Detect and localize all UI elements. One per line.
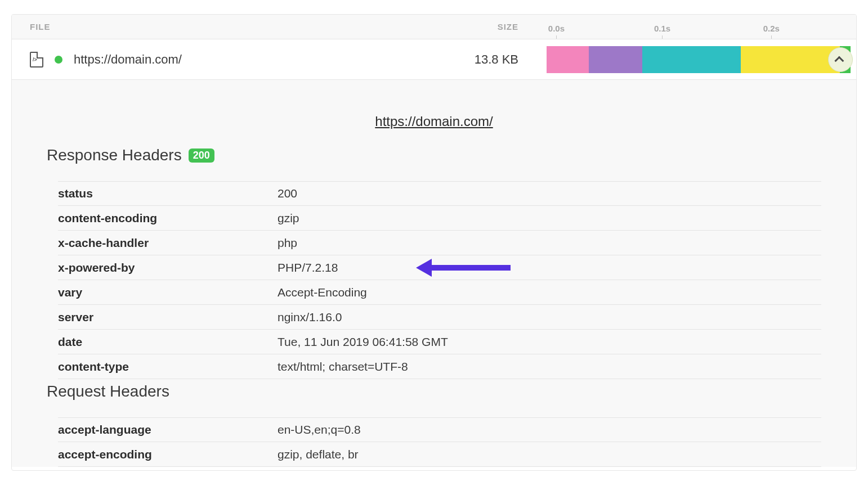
tick-label: 0.0s xyxy=(548,24,565,33)
collapse-button[interactable] xyxy=(828,47,853,72)
waterfall-panel: FILE SIZE 0.0s0.1s0.2s /> https://domain… xyxy=(11,14,857,471)
header-row: status200 xyxy=(58,181,821,206)
header-key: date xyxy=(58,335,278,349)
request-row[interactable]: /> https://domain.com/ 13.8 KB xyxy=(12,39,856,80)
header-key: accept-language xyxy=(58,423,278,436)
timing-segment-purple xyxy=(589,46,642,73)
header-key: server xyxy=(58,310,278,324)
header-key: content-encoding xyxy=(58,212,278,225)
header-value: en-US,en;q=0.8 xyxy=(278,423,821,436)
chevron-up-icon xyxy=(834,56,844,65)
response-headers-title: Response Headers 200 xyxy=(47,146,821,164)
header-row: varyAccept-Encoding xyxy=(58,280,821,305)
header-value: text/html; charset=UTF-8 xyxy=(278,360,821,374)
request-details: https://domain.com/ Response Headers 200… xyxy=(12,80,856,467)
response-headers-table: status200content-encodinggzipx-cache-han… xyxy=(58,181,821,379)
header-row: servernginx/1.16.0 xyxy=(58,305,821,330)
header-key: x-cache-handler xyxy=(58,236,278,250)
timeline-tick: 0.2s xyxy=(763,15,780,39)
header-row: accept-languageen-US,en;q=0.8 xyxy=(58,417,821,442)
header-row: x-cache-handlerphp xyxy=(58,231,821,255)
header-key: content-type xyxy=(58,360,278,374)
header-key: x-powered-by xyxy=(58,261,278,274)
response-headers-label: Response Headers xyxy=(47,146,182,164)
header-key: status xyxy=(58,187,278,200)
header-value: Tue, 11 Jun 2019 06:41:58 GMT xyxy=(278,335,821,349)
header-row: content-encodinggzip xyxy=(58,206,821,231)
timeline-tick: 0.0s xyxy=(548,15,565,39)
timing-segment-pink xyxy=(547,46,589,73)
header-value: PHP/7.2.18 xyxy=(278,261,821,274)
timing-segment-teal xyxy=(642,46,741,73)
status-dot-success xyxy=(55,56,62,64)
table-header: FILE SIZE 0.0s0.1s0.2s xyxy=(12,15,856,39)
request-url: https://domain.com/ xyxy=(74,52,182,67)
header-row: accept-encodinggzip, deflate, br xyxy=(58,442,821,467)
timeline-tick: 0.1s xyxy=(654,15,670,39)
timing-segment-yellow xyxy=(741,46,840,73)
annotation-arrow xyxy=(416,259,511,277)
col-header-file: FILE xyxy=(12,22,440,32)
header-row: content-typetext/html; charset=UTF-8 xyxy=(58,354,821,379)
status-badge: 200 xyxy=(189,148,214,163)
header-value: Accept-Encoding xyxy=(278,286,821,299)
header-value: nginx/1.16.0 xyxy=(278,310,821,324)
timing-bar xyxy=(535,39,856,79)
request-headers-label: Request Headers xyxy=(47,382,169,400)
request-size: 13.8 KB xyxy=(440,52,535,67)
details-url-link[interactable]: https://domain.com/ xyxy=(47,114,821,129)
header-value: 200 xyxy=(278,187,821,200)
request-headers-title: Request Headers xyxy=(47,382,821,400)
tick-label: 0.2s xyxy=(763,24,780,33)
header-value: gzip xyxy=(278,212,821,225)
header-key: accept-encoding xyxy=(58,448,278,461)
tick-label: 0.1s xyxy=(654,24,670,33)
header-key: vary xyxy=(58,286,278,299)
timeline-axis: 0.0s0.1s0.2s xyxy=(535,15,856,39)
header-row: x-powered-byPHP/7.2.18 xyxy=(58,255,821,280)
col-header-size: SIZE xyxy=(440,22,535,32)
request-headers-table: accept-languageen-US,en;q=0.8accept-enco… xyxy=(58,417,821,467)
header-row: dateTue, 11 Jun 2019 06:41:58 GMT xyxy=(58,330,821,354)
file-code-icon: /> xyxy=(30,52,43,68)
header-value: gzip, deflate, br xyxy=(278,448,821,461)
header-value: php xyxy=(278,236,821,250)
